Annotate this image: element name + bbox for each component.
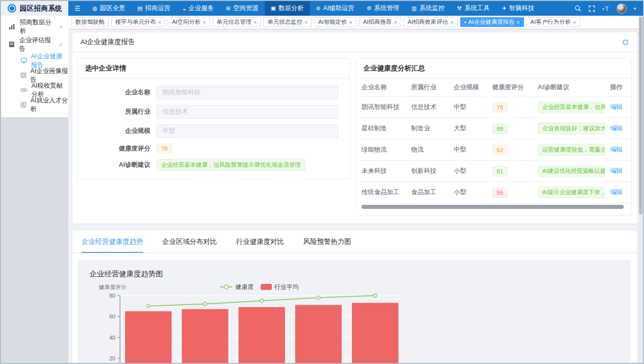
tab-unit-info[interactable]: 单元信息管理× [213, 17, 261, 27]
main-nav: ☰ ◍园区全景 ▤招商运营 ◒企业服务 ⊞空间资源 ▣数据分析 ⊛AI辅助运营 … [68, 1, 643, 16]
field-label: 企业名称 [83, 88, 156, 97]
close-tab-icon[interactable]: × [450, 19, 453, 25]
nav-item-system-manage[interactable]: ⚙系统管理 [360, 1, 406, 16]
nav-item-system-tools[interactable]: ⚒系统工具 [451, 1, 496, 16]
sidebar-item-ai-health-report[interactable]: AI企业健康报告 [1, 53, 68, 68]
tab-data-cockpit[interactable]: 数据驾驶舱 [71, 17, 109, 27]
nav-item-space-resource[interactable]: ⊞空间资源 [220, 1, 264, 16]
document-icon [9, 41, 15, 48]
main-content: AI企业健康度报告 选中企业详情 企业名称 [68, 29, 643, 363]
close-tab-icon[interactable]: × [516, 19, 519, 25]
tab-risk-heatmap[interactable]: 风险预警热力图 [303, 237, 351, 252]
nav-item-investment-ops[interactable]: ▤招商运营 [131, 1, 176, 16]
scale-field[interactable] [156, 124, 338, 138]
scrollbar-thumb[interactable] [361, 205, 624, 209]
form-row: AI诊断建议 企业经营基本健康，但风险预警提示需优化现金流管理 [83, 159, 338, 171]
form-row: 所属行业 [83, 105, 338, 119]
close-tab-icon[interactable]: × [573, 19, 576, 25]
monitor-icon [21, 58, 27, 63]
search-icon[interactable] [574, 5, 582, 12]
score-badge: 78 [492, 102, 508, 113]
nav-item-enterprise-service[interactable]: ◒企业服务 [177, 1, 220, 16]
caret-down-icon[interactable]: ▾ [633, 6, 636, 11]
sidebar-group-investment-data[interactable]: 招商数据分析 ∨ [1, 18, 68, 35]
table-row: 朗讯智能科技 信息技术 中型 78 企业经营基本健康，但风险预警提示需优化现金流… [356, 97, 631, 118]
suggestion-badge: 企业表现较好，建议加大资源扶持力度 [538, 123, 605, 134]
edit-link[interactable]: 编辑 [610, 125, 623, 132]
close-tab-icon[interactable]: × [203, 19, 206, 25]
sidebar-group-evaluation-report[interactable]: 企业评估报告 ∧ [1, 35, 68, 53]
tab-unit-status[interactable]: 单元状态监控× [263, 17, 311, 27]
table-row: 传统食品加工 食品加工 小型 55 AI提示企业健康度下滑，建议加强财务 编辑 [356, 182, 631, 203]
edit-link[interactable]: 编辑 [610, 167, 623, 174]
tab-ai-recommend[interactable]: AI招商推荐× [359, 17, 401, 27]
nav-item-park-overview[interactable]: ◍园区全景 [87, 1, 132, 16]
nav-item-data-analysis[interactable]: ▣数据分析 [265, 1, 310, 16]
user-avatar[interactable] [617, 4, 627, 14]
svg-text:40: 40 [109, 335, 115, 341]
form-row: 企业名称 [83, 86, 338, 99]
close-tab-icon[interactable]: × [349, 19, 352, 25]
close-tab-icon[interactable]: × [394, 19, 397, 25]
industry-field[interactable] [156, 105, 338, 119]
scrollbar-thumb[interactable] [639, 17, 642, 214]
score-badge: 55 [492, 188, 508, 198]
nav-item-ai-assist[interactable]: ⊛AI辅助运营 [310, 1, 360, 16]
table-row: 未来科技 创新科技 小型 81 AI建议优化经营策略以提升健康度 编辑 [356, 161, 631, 182]
field-label: 健康度评分 [83, 144, 156, 153]
close-tab-icon[interactable]: × [158, 19, 161, 25]
sitemap-icon: ⊞ [226, 5, 230, 12]
summary-table: 企业名称 所属行业 企业规模 健康度评分 AI诊断建议 操作 [356, 79, 631, 203]
tab-ai-customer-behavior[interactable]: AI客户行为分析× [527, 17, 580, 27]
page-title: AI企业健康度报告 [80, 38, 135, 47]
tab-ai-space[interactable]: AI空间分析× [168, 17, 210, 27]
suggestion-badge: 运营健康度较低，需重点关注现金流与 [538, 144, 605, 156]
paper-plane-icon: ✈ [502, 5, 506, 12]
sidebar-item-ai-talent-analysis[interactable]: AI就业人才分析 [1, 97, 68, 112]
bar-chart-icon [9, 24, 15, 30]
tab-health-trend[interactable]: 企业经营健康度趋势 [82, 237, 143, 252]
form-row: 企业规模 [83, 124, 338, 138]
col-header: 所属行业 [406, 79, 449, 97]
enterprise-detail-form: 企业名称 所属行业 企业规模 [78, 79, 349, 179]
enterprise-name-field[interactable] [156, 86, 338, 99]
chat-icon: ◒ [183, 6, 186, 12]
tab-building-unit[interactable]: 楼宇与单元分布× [111, 17, 166, 27]
fullscreen-icon[interactable] [588, 5, 595, 12]
chevron-down-icon: ∨ [59, 24, 62, 29]
edit-link[interactable]: 编辑 [610, 103, 623, 111]
svg-text:健康度评分: 健康度评分 [98, 284, 127, 290]
panel-title: 选中企业详情 [78, 59, 349, 79]
edit-link[interactable]: 编辑 [610, 146, 623, 153]
nav-item-system-monitor[interactable]: ▥系统监控 [406, 1, 451, 16]
trend-chart: 健康度评分0204060802025-012025-022025-032025-… [77, 282, 626, 363]
svg-text:20: 20 [109, 355, 115, 361]
tab-region-compare[interactable]: 企业区域分布对比 [163, 237, 217, 252]
link-icon [21, 88, 27, 92]
app-logo-icon [8, 4, 16, 13]
table-header-row: 企业名称 所属行业 企业规模 健康度评分 AI诊断建议 操作 [356, 79, 631, 97]
tab-industry-compare[interactable]: 行业健康度对比 [236, 237, 285, 252]
svg-text:60: 60 [109, 313, 115, 319]
tab-ai-health-report[interactable]: ●AI企业健康度报告× [460, 17, 524, 27]
score-badge: 81 [492, 166, 508, 176]
tab-ai-effect-eval[interactable]: AI招商效果评估× [404, 17, 457, 27]
hamburger-icon[interactable]: ☰ [68, 1, 87, 16]
font-size-icon[interactable]: TT [602, 5, 610, 12]
monitor-icon: ▣ [271, 5, 276, 12]
nav-item-zhinao-tech[interactable]: ✈智脑科技 [496, 1, 540, 16]
edit-link[interactable]: 编辑 [610, 189, 623, 196]
tab-ai-pricing[interactable]: AI智能定价× [314, 17, 356, 27]
svg-text:健康度: 健康度 [235, 283, 254, 290]
vertical-scrollbar[interactable] [638, 16, 643, 363]
sidebar-item-ai-tax-analysis[interactable]: AI税收贡献分析 [1, 83, 68, 97]
sidebar-item-ai-portrait-report[interactable]: AI企业画像报告 [1, 68, 68, 83]
refresh-icon[interactable] [622, 39, 629, 46]
tag-tabs-bar: 数据驾驶舱 楼宇与单元分布× AI空间分析× 单元信息管理× 单元状态监控× A… [68, 16, 643, 29]
field-label: AI诊断建议 [83, 161, 156, 169]
horizontal-scrollbar[interactable] [361, 205, 626, 209]
close-tab-icon[interactable]: × [254, 19, 257, 25]
active-dot-icon: ● [464, 20, 466, 24]
close-tab-icon[interactable]: × [304, 19, 307, 25]
gear-icon: ⚙ [367, 5, 372, 12]
